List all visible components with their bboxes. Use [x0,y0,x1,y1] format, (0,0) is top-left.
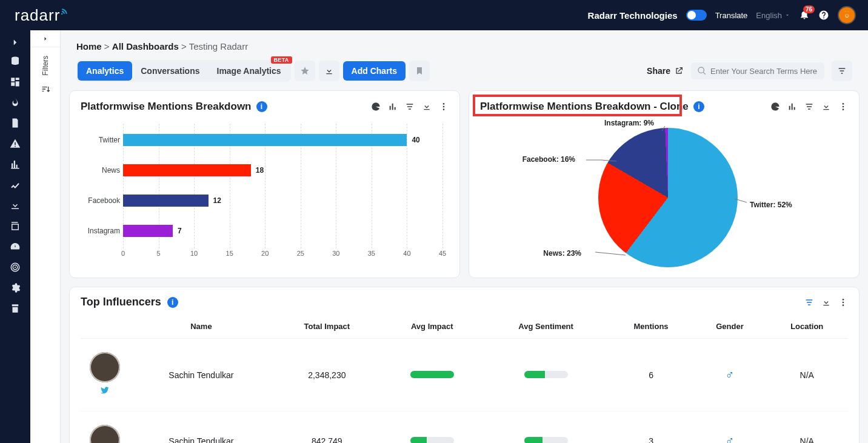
col-name[interactable]: Name [129,315,273,339]
share-label: Share [647,66,670,76]
filter-button[interactable] [832,61,852,81]
tab-analytics[interactable]: Analytics [78,61,132,81]
nav-library[interactable] [0,217,30,235]
cell-total-impact: 2,348,230 [273,339,381,411]
line-chart-icon [10,179,21,190]
svg-point-10 [843,108,844,110]
nav-target[interactable] [0,258,30,276]
x-tick: 5 [156,250,160,257]
chart-pie-icon[interactable] [371,102,381,112]
rail-expand-button[interactable] [0,35,30,50]
translate-toggle[interactable] [686,10,707,21]
svg-point-6 [443,106,445,108]
bookmark-button[interactable] [409,61,430,81]
x-tick: 45 [439,250,446,257]
nav-database[interactable] [0,52,30,70]
language-selector[interactable]: English [756,11,790,20]
card-title: Platformwise Mentions Breakdown - Clone … [480,101,704,113]
star-icon [300,66,310,76]
col-location[interactable]: Location [766,315,848,339]
download-icon[interactable] [821,102,831,112]
breadcrumb-dashboards[interactable]: All Dashboards [112,41,179,52]
tab-conversations[interactable]: Conversations [132,61,208,81]
user-avatar[interactable]: ☺ [838,6,856,24]
info-icon[interactable]: i [693,101,704,112]
sort-icon[interactable] [405,102,415,112]
pie-slice-label: Instagram: 9% [604,119,654,127]
bar-category-label: Facebook [81,196,120,205]
influencer-avatar[interactable] [90,425,120,443]
nav-reports[interactable] [0,114,30,132]
search-icon [697,66,707,76]
cell-total-impact: 842,749 [273,411,381,444]
table-row[interactable]: Sachin Tendulkar 2,348,230 6 ♂ N/A [81,339,848,411]
more-vertical-icon[interactable] [838,102,848,112]
bar-chart: 051015202530354045Twitter40News18Faceboo… [81,119,449,264]
nav-insights[interactable] [0,176,30,194]
bar-value-label: 7 [178,227,182,235]
sort-icon[interactable] [804,298,814,307]
breadcrumb-home[interactable]: Home [76,41,102,52]
col-avg-sentiment[interactable]: Avg Sentiment [484,315,609,339]
download-button[interactable] [319,61,339,81]
chart-bar-icon[interactable] [787,102,797,112]
download-icon[interactable] [821,298,831,307]
svg-point-9 [843,106,844,108]
favorite-button[interactable] [295,61,315,81]
table-row[interactable]: Sachin Tendulkar 842,749 3 ♂ N/A [81,411,848,444]
nav-download[interactable] [0,196,30,215]
gauge-icon [10,241,21,252]
bar-fill[interactable] [123,134,407,146]
col-gender[interactable]: Gender [694,315,766,339]
info-icon[interactable]: i [167,297,178,308]
cell-name: Sachin Tendulkar [129,339,273,411]
card-title-text: Platformwise Mentions Breakdown [81,101,252,113]
nav-speed[interactable] [0,238,30,256]
nav-compare[interactable] [0,155,30,173]
nav-trending[interactable] [0,93,30,112]
col-mentions[interactable]: Mentions [609,315,694,339]
bar-fill[interactable] [123,225,173,237]
download-icon[interactable] [422,102,432,112]
card-top-influencers: Top Influencers i Name Total Impact Avg … [69,287,860,443]
bar-value-label: 40 [412,136,419,144]
chart-pie-icon[interactable] [770,102,780,112]
bar-chart-icon [10,159,21,170]
warning-icon [10,138,21,149]
cell-location: N/A [766,411,848,444]
bar-value-label: 12 [213,196,221,205]
nav-dashboard[interactable] [0,73,30,91]
search-box[interactable] [691,62,824,79]
col-total-impact[interactable]: Total Impact [273,315,381,339]
shield-icon [10,303,21,314]
nav-archive[interactable] [0,299,30,318]
col-avg-impact[interactable]: Avg Impact [381,315,484,339]
add-charts-button[interactable]: Add Charts [343,61,406,81]
brand-logo[interactable]: radarr [15,6,70,25]
notifications-button[interactable]: 76 [799,9,810,22]
sort-icon[interactable] [804,102,814,112]
nav-settings[interactable] [0,279,30,297]
breadcrumb: Home > All Dashboards > Testing Radarr [61,30,868,58]
influencer-avatar[interactable] [90,352,120,382]
bar-fill[interactable] [123,164,251,176]
bar-fill[interactable] [123,195,209,207]
cell-avg-sentiment [484,339,609,411]
info-icon[interactable]: i [256,101,267,112]
x-tick: 30 [332,250,339,257]
chart-bar-icon[interactable] [388,102,398,112]
help-icon[interactable] [818,10,829,21]
search-input[interactable] [710,67,818,76]
filters-expand-button[interactable] [30,30,60,47]
pie-graphic[interactable] [598,128,738,267]
pie-slice-label: News: 23% [543,249,581,258]
cell-gender: ♂ [694,411,766,444]
nav-alerts[interactable] [0,135,30,153]
more-vertical-icon[interactable] [838,298,848,307]
share-button[interactable]: Share [647,66,684,76]
card-title-text: Platformwise Mentions Breakdown - Clone [480,101,689,113]
more-vertical-icon[interactable] [439,102,449,112]
cell-name: Sachin Tendulkar [129,411,273,444]
tab-image-analytics[interactable]: Image Analytics BETA [209,61,290,81]
top-bar: radarr Radarr Technologies Translate Eng… [0,0,868,30]
